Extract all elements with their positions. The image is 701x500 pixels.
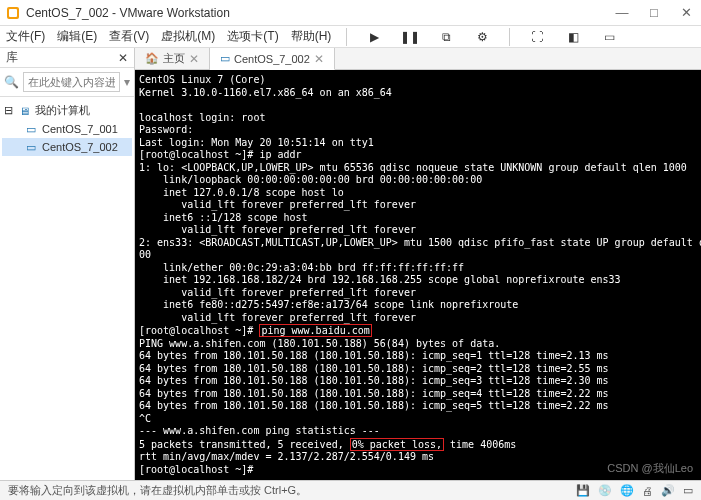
tab-home[interactable]: 🏠 主页 ✕ [135, 48, 210, 69]
highlight-ping-command: ping www.baidu.com [259, 324, 371, 337]
vm-icon: ▭ [24, 122, 38, 136]
tab-close-icon[interactable]: ✕ [189, 52, 199, 66]
device-icon[interactable]: ▭ [683, 484, 693, 497]
vm-tree: ⊟ 🖥 我的计算机 ▭ CentOS_7_001 ▭ CentOS_7_002 [0, 97, 134, 160]
snapshot-icon[interactable]: ⧉ [434, 26, 458, 48]
divider [509, 28, 510, 46]
tree-item-label: CentOS_7_002 [42, 141, 118, 153]
status-text: 要将输入定向到该虚拟机，请在虚拟机内部单击或按 Ctrl+G。 [8, 483, 307, 498]
device-icon[interactable]: 💿 [598, 484, 612, 497]
search-icon: 🔍 [4, 75, 19, 89]
svg-rect-1 [9, 9, 17, 17]
search-dropdown-icon[interactable]: ▾ [124, 75, 130, 89]
divider [346, 28, 347, 46]
home-icon: 🏠 [145, 52, 159, 65]
terminal-console[interactable]: CentOS Linux 7 (Core) Kernel 3.10.0-1160… [135, 70, 701, 480]
search-input[interactable] [23, 72, 120, 92]
unity-icon[interactable]: ◧ [561, 26, 585, 48]
menu-tabs[interactable]: 选项卡(T) [227, 28, 278, 45]
fullscreen-icon[interactable]: ⛶ [525, 26, 549, 48]
status-bar: 要将输入定向到该虚拟机，请在虚拟机内部单击或按 Ctrl+G。 💾 💿 🌐 🖨 … [0, 480, 701, 500]
device-icon[interactable]: 💾 [576, 484, 590, 497]
menu-help[interactable]: 帮助(H) [291, 28, 332, 45]
tab-vm[interactable]: ▭ CentOS_7_002 ✕ [210, 48, 335, 70]
menu-view[interactable]: 查看(V) [109, 28, 149, 45]
tab-close-icon[interactable]: ✕ [314, 52, 324, 66]
tab-home-label: 主页 [163, 51, 185, 66]
computer-icon: 🖥 [17, 104, 31, 118]
tab-bar: 🏠 主页 ✕ ▭ CentOS_7_002 ✕ [135, 48, 701, 70]
device-icon[interactable]: 🌐 [620, 484, 634, 497]
close-button[interactable]: ✕ [677, 5, 695, 20]
tool-icon[interactable]: ▭ [597, 26, 621, 48]
tree-item-centos-001[interactable]: ▭ CentOS_7_001 [2, 120, 132, 138]
tree-item-label: CentOS_7_001 [42, 123, 118, 135]
pause-icon[interactable]: ❚❚ [398, 26, 422, 48]
tree-root-my-computer[interactable]: ⊟ 🖥 我的计算机 [2, 101, 132, 120]
menu-bar: 文件(F) 编辑(E) 查看(V) 虚拟机(M) 选项卡(T) 帮助(H) ▶ … [0, 26, 701, 48]
expand-icon[interactable]: ⊟ [4, 104, 13, 117]
window-title: CentOS_7_002 - VMware Workstation [26, 6, 613, 20]
maximize-button[interactable]: □ [645, 5, 663, 20]
settings-icon[interactable]: ⚙ [470, 26, 494, 48]
tab-vm-label: CentOS_7_002 [234, 53, 310, 65]
tree-root-label: 我的计算机 [35, 103, 90, 118]
power-on-icon[interactable]: ▶ [362, 26, 386, 48]
device-icon[interactable]: 🖨 [642, 485, 653, 497]
sidebar-title: 库 [6, 49, 18, 66]
window-titlebar: CentOS_7_002 - VMware Workstation — □ ✕ [0, 0, 701, 26]
watermark: CSDN @我仙Leo [607, 461, 693, 476]
highlight-packet-loss: 0% packet loss, [350, 438, 444, 451]
minimize-button[interactable]: — [613, 5, 631, 20]
device-icon[interactable]: 🔊 [661, 484, 675, 497]
menu-vm[interactable]: 虚拟机(M) [161, 28, 215, 45]
sidebar-close-icon[interactable]: ✕ [118, 51, 128, 65]
tree-item-centos-002[interactable]: ▭ CentOS_7_002 [2, 138, 132, 156]
vm-icon: ▭ [220, 52, 230, 65]
vm-icon: ▭ [24, 140, 38, 154]
library-sidebar: 库 ✕ 🔍 ▾ ⊟ 🖥 我的计算机 ▭ CentOS_7_001 ▭ CentO… [0, 48, 135, 480]
menu-file[interactable]: 文件(F) [6, 28, 45, 45]
menu-edit[interactable]: 编辑(E) [57, 28, 97, 45]
app-icon [6, 6, 20, 20]
